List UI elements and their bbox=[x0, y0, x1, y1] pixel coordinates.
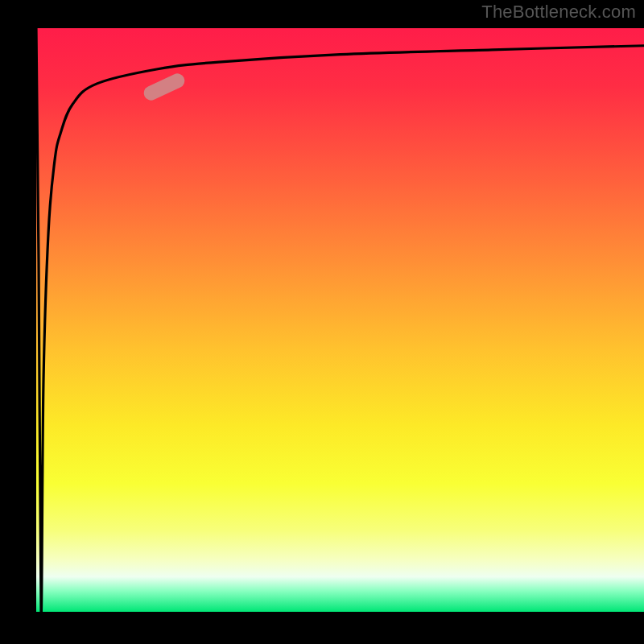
data-curve bbox=[36, 28, 644, 612]
curve-layer bbox=[36, 28, 644, 612]
plot-area bbox=[36, 28, 644, 612]
chart-stage: TheBottleneck.com bbox=[0, 0, 644, 644]
attribution-watermark: TheBottleneck.com bbox=[481, 2, 636, 23]
